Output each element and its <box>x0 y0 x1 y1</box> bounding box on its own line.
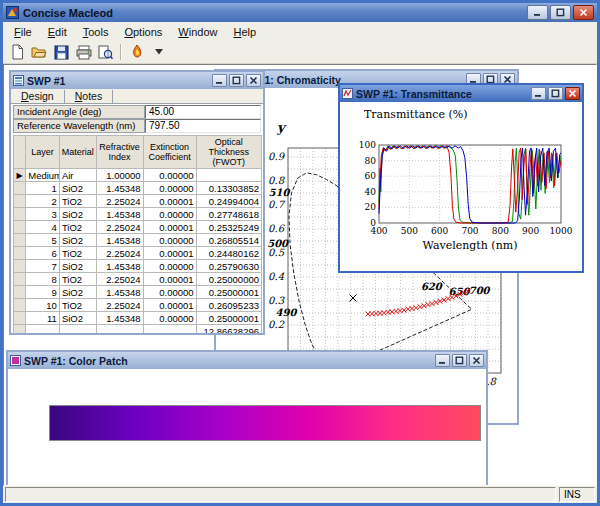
table-cell[interactable]: 0.25000001 <box>196 286 261 299</box>
table-cell[interactable] <box>143 325 196 334</box>
reference-wavelength-value[interactable]: 797.50 <box>145 119 261 133</box>
table-cell[interactable]: 0.24994004 <box>196 195 261 208</box>
table-cell[interactable]: SiO2 <box>59 182 96 195</box>
table-cell[interactable]: 2.25024 <box>96 247 143 260</box>
table-cell[interactable] <box>26 325 60 334</box>
table-cell[interactable]: TiO2 <box>59 273 96 286</box>
minimize-button[interactable] <box>212 74 227 87</box>
table-cell[interactable]: 2.25024 <box>96 273 143 286</box>
table-cell[interactable]: 2.25024 <box>96 221 143 234</box>
table-row[interactable]: 6TiO22.250240.000010.24480162 <box>14 247 262 260</box>
close-button[interactable] <box>246 74 261 87</box>
table-cell[interactable]: 0.26805514 <box>196 234 261 247</box>
minimize-button[interactable] <box>527 5 548 20</box>
table-cell[interactable]: 0.00000 <box>143 286 196 299</box>
table-cell[interactable]: 0.13303852 <box>196 182 261 195</box>
table-cell[interactable]: 0.26095233 <box>196 299 261 312</box>
minimize-button[interactable] <box>531 87 546 100</box>
table-cell[interactable]: 0.25790630 <box>196 260 261 273</box>
table-cell[interactable]: 1.45348 <box>96 234 143 247</box>
table-cell[interactable]: 6 <box>26 247 60 260</box>
minimize-button[interactable] <box>435 354 450 367</box>
table-cell[interactable]: 0.00000 <box>143 208 196 221</box>
menu-help[interactable]: Help <box>225 24 264 40</box>
table-row[interactable]: 4TiO22.250240.000010.25325249 <box>14 221 262 234</box>
table-cell[interactable]: 0.24480162 <box>196 247 261 260</box>
table-cell[interactable]: 10 <box>26 299 60 312</box>
table-cell[interactable] <box>96 325 143 334</box>
table-row[interactable]: 7SiO21.453480.000000.25790630 <box>14 260 262 273</box>
table-cell[interactable]: 1.45348 <box>96 312 143 325</box>
table-cell[interactable]: TiO2 <box>59 247 96 260</box>
table-cell[interactable]: 0.00000 <box>143 260 196 273</box>
table-cell[interactable]: 2.25024 <box>96 299 143 312</box>
table-cell[interactable]: 1 <box>26 182 60 195</box>
table-cell[interactable]: 7 <box>26 260 60 273</box>
table-cell[interactable] <box>196 169 261 182</box>
table-cell[interactable]: 0.00001 <box>143 299 196 312</box>
table-cell[interactable]: 2 <box>26 195 60 208</box>
maximize-button[interactable] <box>550 5 571 20</box>
menu-options[interactable]: Options <box>116 24 170 40</box>
table-row[interactable]: 10TiO22.250240.000010.26095233 <box>14 299 262 312</box>
main-titlebar[interactable]: Concise Macleod <box>3 3 597 22</box>
menu-edit[interactable]: Edit <box>40 24 75 40</box>
table-cell[interactable]: 12.86628296 <box>196 325 261 334</box>
table-cell[interactable]: TiO2 <box>59 299 96 312</box>
table-cell[interactable]: 1.45348 <box>96 286 143 299</box>
table-cell[interactable] <box>59 325 96 334</box>
colorpatch-titlebar[interactable]: SWP #1: Color Patch <box>8 352 486 369</box>
table-cell[interactable]: 1.45348 <box>96 182 143 195</box>
table-row[interactable]: 5SiO21.453480.000000.26805514 <box>14 234 262 247</box>
table-cell[interactable]: 0.00000 <box>143 312 196 325</box>
table-row[interactable]: 3SiO21.453480.000000.27748618 <box>14 208 262 221</box>
save-button[interactable] <box>51 43 72 62</box>
table-cell[interactable]: 0.25325249 <box>196 221 261 234</box>
table-cell[interactable]: 2.25024 <box>96 195 143 208</box>
transmittance-titlebar[interactable]: SWP #1: Transmittance <box>340 85 582 102</box>
menu-window[interactable]: Window <box>170 24 225 40</box>
table-cell[interactable]: 0.00000 <box>143 169 196 182</box>
print-preview-button[interactable] <box>95 43 116 62</box>
table-cell[interactable]: 3 <box>26 208 60 221</box>
print-button[interactable] <box>73 43 94 62</box>
table-row[interactable]: 12.86628296 <box>14 325 262 334</box>
close-button[interactable] <box>469 354 484 367</box>
table-cell[interactable]: 0.25000001 <box>196 312 261 325</box>
table-cell[interactable]: 1.45348 <box>96 208 143 221</box>
table-cell[interactable]: 0.00001 <box>143 221 196 234</box>
tab-notes[interactable]: Notes <box>65 90 113 103</box>
table-cell[interactable]: 8 <box>26 273 60 286</box>
performance-flame-button[interactable] <box>126 43 147 62</box>
menu-file[interactable]: File <box>6 24 40 40</box>
table-cell[interactable]: 0.25000000 <box>196 273 261 286</box>
table-cell[interactable]: SiO2 <box>59 234 96 247</box>
table-cell[interactable]: 1.00000 <box>96 169 143 182</box>
table-cell[interactable]: SiO2 <box>59 312 96 325</box>
maximize-button[interactable] <box>229 74 244 87</box>
table-cell[interactable]: SiO2 <box>59 260 96 273</box>
open-folder-button[interactable] <box>29 43 50 62</box>
table-row[interactable]: ▶MediumAir1.000000.00000 <box>14 169 262 182</box>
tab-design[interactable]: Design <box>11 90 65 103</box>
table-row[interactable]: 11SiO21.453480.000000.25000001 <box>14 312 262 325</box>
close-button[interactable] <box>565 87 580 100</box>
dropdown-arrow-button[interactable] <box>148 43 169 62</box>
table-cell[interactable]: 9 <box>26 286 60 299</box>
table-cell[interactable]: 0.27748618 <box>196 208 261 221</box>
table-cell[interactable]: 0.00000 <box>143 234 196 247</box>
table-cell[interactable]: 11 <box>26 312 60 325</box>
menu-tools[interactable]: Tools <box>75 24 117 40</box>
design-titlebar[interactable]: SWP #1 <box>11 72 263 89</box>
table-cell[interactable]: 5 <box>26 234 60 247</box>
incident-angle-value[interactable]: 45.00 <box>145 105 261 119</box>
table-cell[interactable]: SiO2 <box>59 208 96 221</box>
table-row[interactable]: 8TiO22.250240.000010.25000000 <box>14 273 262 286</box>
maximize-button[interactable] <box>548 87 563 100</box>
table-cell[interactable]: SiO2 <box>59 286 96 299</box>
maximize-button[interactable] <box>452 354 467 367</box>
table-cell[interactable]: 0.00001 <box>143 273 196 286</box>
table-cell[interactable]: 0.00000 <box>143 182 196 195</box>
table-row[interactable]: 2TiO22.250240.000010.24994004 <box>14 195 262 208</box>
table-cell[interactable]: Air <box>59 169 96 182</box>
